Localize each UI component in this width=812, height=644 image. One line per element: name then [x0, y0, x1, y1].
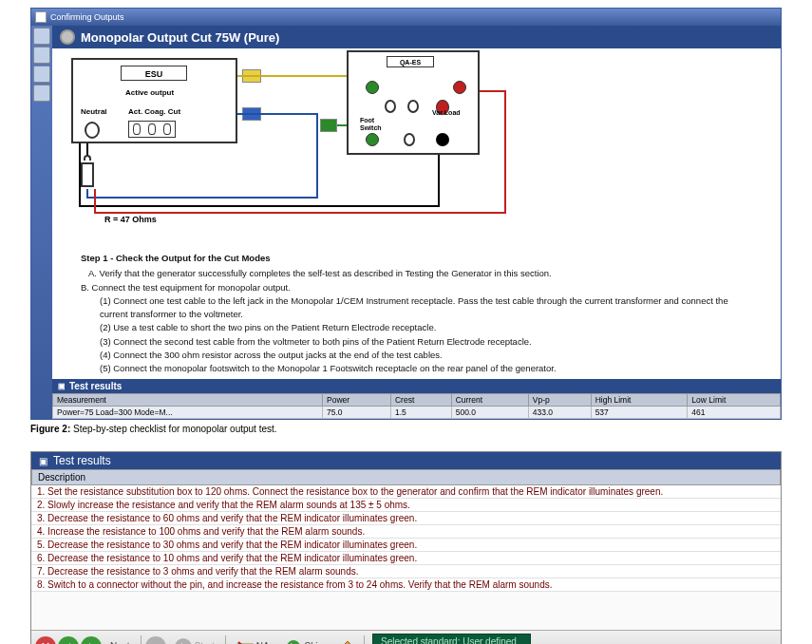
list-item[interactable]: 8. Switch to a connector without the pin…	[31, 578, 781, 592]
qaes-open-jack-3	[404, 133, 415, 146]
step-a: A. Verify that the generator successfull…	[88, 267, 752, 280]
step-b4: (4) Connect the 300 ohm resistor across …	[100, 349, 752, 362]
wiring-diagram: ESU Active output Neutral Act. Coag. Cut	[52, 48, 781, 248]
var-load-label: Var Load	[432, 109, 461, 116]
wire-yellow	[237, 75, 361, 77]
esu-device: ESU Active output Neutral Act. Coag. Cut	[71, 58, 237, 143]
separator	[364, 635, 365, 644]
start-button[interactable]: Start	[168, 635, 221, 644]
wire-red-h2	[94, 212, 506, 214]
col-high-limit: High Limit	[591, 394, 688, 407]
skip-button[interactable]: Skip	[278, 635, 330, 644]
next-circle-button[interactable]	[81, 636, 102, 644]
foot-switch-label: Foot Switch	[360, 117, 382, 132]
wire-red-h	[478, 90, 506, 92]
instruction-text: Step 1 - Check the Output for the Cut Mo…	[52, 248, 781, 379]
test-results-header[interactable]: ▣ Test results	[52, 379, 781, 393]
panel-title: Monopolar Output Cut 75W (Pure)	[81, 30, 279, 45]
output-ports	[128, 121, 176, 138]
panel-header: Monopolar Output Cut 75W (Pure)	[52, 26, 781, 48]
active-output-label: Active output	[125, 88, 174, 97]
na-icon	[236, 638, 254, 644]
qaes-device: QA-ES Foot Switch Var Load	[347, 50, 480, 155]
list-item[interactable]: 4. Increase the resistance to 100 ohms a…	[31, 525, 781, 539]
prev-button[interactable]	[58, 636, 79, 644]
step-b2: (2) Use a test cable to short the two pi…	[100, 321, 752, 334]
list-item[interactable]: 3. Decrease the resistance to 60 ohms an…	[31, 512, 781, 525]
collapse-icon: ▣	[58, 382, 66, 390]
neutral-label: Neutral	[81, 107, 107, 116]
resistor	[81, 162, 94, 187]
status-panel: Selected standard: User defined STEP COM…	[372, 634, 531, 644]
figure2-caption-label: Figure 2:	[30, 424, 70, 434]
wire-red-v2	[94, 189, 96, 214]
wire-blue-v	[316, 113, 318, 199]
green-connector	[320, 119, 337, 132]
port-act	[133, 123, 141, 135]
resistor-lead	[84, 155, 91, 161]
col-measurement: Measurement	[53, 394, 323, 407]
cell-high: 537	[591, 407, 688, 419]
side-toolbar	[31, 26, 52, 419]
results2-title: Test results	[53, 454, 111, 467]
qaes-green-jack-1	[366, 81, 379, 94]
col-crest: Crest	[390, 394, 451, 407]
bottom-toolbar: ✕ Next Start NA Skip	[31, 630, 781, 644]
col-power: Power	[323, 394, 391, 407]
list-item[interactable]: 2. Slowly increase the resistance and ve…	[31, 499, 781, 512]
results-header-row: Measurement Power Crest Current Vp-p Hig…	[53, 394, 781, 407]
pencil-icon	[338, 639, 353, 644]
toolbar-button-2[interactable]	[33, 47, 50, 64]
list-item[interactable]: 5. Decrease the resistance to 30 ohms an…	[31, 539, 781, 552]
qaes-open-jack-1	[385, 100, 396, 113]
step-title: Step 1 - Check the Output for the Cut Mo…	[81, 252, 752, 265]
description-header: Description	[31, 469, 781, 485]
cell-vpp: 433.0	[528, 407, 591, 419]
results-data-row[interactable]: Power=75 Load=300 Mode=M... 75.0 1.5 500…	[53, 407, 781, 419]
main-content: Monopolar Output Cut 75W (Pure) ESU Acti…	[52, 26, 781, 419]
wire-blue-h	[237, 113, 318, 115]
qaes-red-jack-1	[453, 81, 466, 94]
play-icon-bg	[175, 638, 192, 644]
collapse-icon-2: ▣	[39, 456, 47, 466]
separator	[141, 635, 142, 644]
skip-icon	[285, 638, 302, 644]
test-results-title: Test results	[69, 381, 122, 391]
toolbar-button-4[interactable]	[33, 85, 50, 102]
wire-black-h	[79, 205, 440, 207]
qaes-open-jack-2	[407, 100, 419, 113]
col-low-limit: Low Limit	[688, 394, 781, 407]
list-item[interactable]: 6. Decrease the resistance to 10 ohms an…	[31, 552, 781, 565]
list-item[interactable]: 1. Set the resistance substitution box t…	[31, 485, 781, 499]
abort-button[interactable]: ✕	[35, 636, 56, 644]
stop-button[interactable]	[145, 636, 166, 644]
figure2-caption-text: Step-by-step checklist for monopolar out…	[70, 424, 276, 434]
wire-blue-v2	[86, 189, 88, 199]
cell-current: 500.0	[451, 407, 528, 419]
na-button[interactable]: NA	[230, 635, 276, 644]
edit-button[interactable]	[331, 636, 360, 644]
results2-header[interactable]: ▣ Test results	[31, 452, 781, 469]
gear-icon	[60, 29, 75, 45]
toolbar-button-3[interactable]	[33, 66, 50, 83]
cell-power: 75.0	[323, 407, 391, 419]
wire-blue-h2	[86, 197, 318, 199]
step-b: B. Connect the test equipment for monopo…	[81, 281, 752, 294]
qaes-green-jack-2	[366, 133, 379, 146]
cell-crest: 1.5	[390, 407, 451, 419]
act-coag-cut-label: Act. Coag. Cut	[128, 107, 180, 116]
col-current: Current	[451, 394, 528, 407]
empty-list-area	[31, 592, 781, 630]
wire-red-v	[504, 90, 506, 214]
figure2-window: Confirming Outputs Monopolar Output Cut …	[30, 8, 782, 420]
esu-label: ESU	[121, 66, 187, 81]
window-titlebar[interactable]: Confirming Outputs	[31, 9, 781, 26]
next-button[interactable]: Next	[104, 638, 137, 644]
step-b5: (5) Connect the monopolar footswitch to …	[100, 362, 752, 375]
list-item[interactable]: 7. Decrease the resistance to 3 ohms and…	[31, 565, 781, 578]
qaes-label: QA-ES	[387, 56, 434, 67]
toolbar-button-1[interactable]	[33, 28, 50, 45]
content-area: Monopolar Output Cut 75W (Pure) ESU Acti…	[31, 26, 781, 419]
step-b1: (1) Connect one test cable to the left j…	[100, 294, 752, 322]
cell-measurement: Power=75 Load=300 Mode=M...	[53, 407, 323, 419]
